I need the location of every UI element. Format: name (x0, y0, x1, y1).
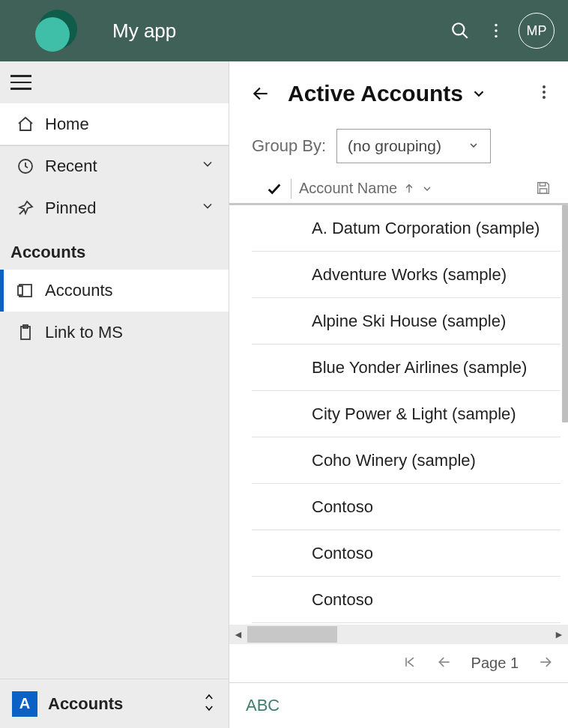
view-title: Active Accounts (288, 81, 463, 106)
sidebar-item-label: Link to MS (45, 323, 123, 342)
list-row[interactable]: Alpine Ski House (sample) (252, 298, 561, 345)
main-panel: Active Accounts Group By: (no grouping) (229, 61, 568, 728)
chevron-down-icon (200, 198, 215, 218)
app-title: My app (112, 19, 176, 43)
clock-icon (12, 157, 39, 175)
view-selector[interactable] (471, 85, 487, 102)
svg-point-0 (453, 23, 464, 34)
more-vertical-icon[interactable] (478, 13, 514, 49)
nav-label: Pinned (45, 198, 97, 218)
list-row[interactable]: A. Datum Corporation (sample) (252, 205, 561, 252)
back-button[interactable] (247, 80, 274, 107)
updown-icon (202, 691, 217, 717)
group-by-row: Group By: (no grouping) (229, 126, 568, 174)
sort-ascending-icon (403, 183, 415, 195)
nav-recent[interactable]: Recent (0, 145, 229, 187)
sidebar-item-link-to-ms[interactable]: Link to MS (0, 312, 229, 354)
sidebar-section-header: Accounts (0, 229, 229, 270)
account-name-cell: A. Datum Corporation (sample) (312, 219, 540, 238)
group-by-value: (no grouping) (348, 137, 441, 155)
nav-label: Home (45, 115, 89, 134)
hamburger-menu-icon[interactable] (10, 70, 36, 95)
sidebar-item-accounts[interactable]: Accounts (0, 270, 229, 312)
area-label: Accounts (48, 694, 123, 714)
next-page-button[interactable] (538, 655, 553, 673)
view-header: Active Accounts (229, 61, 568, 126)
list-row[interactable]: Contoso (252, 577, 561, 623)
first-page-button[interactable] (402, 655, 417, 673)
nav-home[interactable]: Home (0, 103, 229, 145)
area-badge: A (12, 691, 37, 717)
svg-point-4 (495, 35, 497, 37)
clipboard-icon (12, 324, 39, 342)
svg-rect-16 (540, 183, 545, 186)
account-name-cell: Contoso (312, 590, 373, 610)
nav-pinned[interactable]: Pinned (0, 187, 229, 229)
scroll-right-icon[interactable]: ► (550, 628, 568, 640)
list-row[interactable]: Adventure Works (sample) (252, 252, 561, 298)
list-row[interactable]: Contoso (252, 530, 561, 577)
account-name-cell: Contoso (312, 544, 373, 563)
top-bar: My app MP (0, 0, 568, 61)
svg-point-14 (543, 96, 546, 99)
sidebar-item-label: Accounts (45, 281, 113, 300)
more-commands-icon[interactable] (535, 83, 553, 104)
select-all-checkbox[interactable] (262, 181, 286, 197)
chevron-down-icon (468, 137, 480, 155)
list-row[interactable]: Blue Yonder Airlines (sample) (252, 345, 561, 391)
svg-line-6 (19, 210, 24, 214)
list-row[interactable]: Coho Winery (sample) (252, 437, 561, 484)
sidebar: Home Recent Pinned Accounts A (0, 61, 229, 728)
column-header-account-name[interactable]: Account Name (299, 180, 433, 197)
nav-label: Recent (45, 157, 97, 176)
app-logo (0, 10, 112, 52)
svg-point-2 (495, 24, 497, 26)
pin-icon (12, 199, 39, 217)
grid-area: A. Datum Corporation (sample)Adventure W… (229, 205, 568, 644)
svg-point-3 (495, 29, 497, 31)
column-header-row: Account Name (229, 174, 568, 205)
horizontal-scrollbar[interactable]: ◄ ► (229, 625, 568, 644)
account-name-cell: Alpine Ski House (sample) (312, 312, 506, 331)
vertical-scrollbar[interactable] (562, 205, 568, 422)
accounts-icon (12, 282, 39, 300)
account-name-cell: Adventure Works (sample) (312, 265, 507, 285)
scroll-thumb[interactable] (247, 626, 337, 643)
svg-rect-8 (18, 286, 22, 295)
list-row[interactable]: Contoso (252, 484, 561, 530)
search-icon[interactable] (442, 13, 478, 49)
prev-page-button[interactable] (437, 655, 452, 673)
svg-point-12 (543, 85, 546, 88)
group-by-label: Group By: (252, 136, 326, 156)
user-avatar[interactable]: MP (519, 13, 555, 49)
account-name-cell: Blue Yonder Airlines (sample) (312, 358, 527, 377)
account-name-cell: Contoso (312, 497, 373, 517)
home-icon (12, 115, 39, 133)
list-row[interactable]: City Power & Light (sample) (252, 391, 561, 437)
account-name-cell: City Power & Light (sample) (312, 404, 516, 424)
save-icon[interactable] (535, 180, 552, 200)
column-header-label: Account Name (299, 180, 397, 197)
svg-rect-17 (540, 189, 546, 193)
chevron-down-icon (421, 183, 433, 195)
alphabet-filter[interactable]: ABC (229, 683, 568, 728)
page-label: Page 1 (471, 655, 519, 672)
group-by-select[interactable]: (no grouping) (336, 129, 491, 163)
area-switcher[interactable]: A Accounts (0, 679, 229, 728)
pager: Page 1 (229, 644, 568, 683)
chevron-down-icon (200, 157, 215, 176)
scroll-left-icon[interactable]: ◄ (229, 628, 247, 640)
svg-line-1 (462, 33, 468, 38)
account-name-cell: Coho Winery (sample) (312, 451, 476, 470)
column-divider (291, 179, 291, 198)
svg-point-13 (543, 91, 546, 94)
